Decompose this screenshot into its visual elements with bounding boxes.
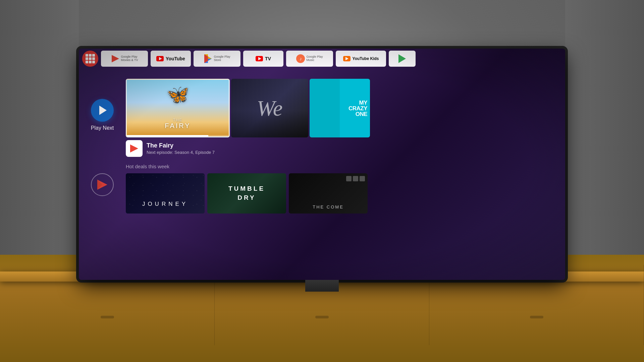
crazy-title-crazy: CRAZY — [348, 105, 367, 111]
card-the-come[interactable]: THE COME — [289, 173, 368, 214]
grid-dot-8 — [89, 61, 92, 63]
google-play-movies-icon — [111, 54, 120, 63]
play-next-cards-container: 🦋 THE FAIRY — [126, 79, 558, 157]
gplay-movies-app-icon — [128, 142, 140, 155]
tv-screen: Google Play Movies & TV YouTube — [79, 49, 565, 280]
tumble-title-container: TUMBLE DRY — [228, 184, 265, 202]
app-tile-google-play-music[interactable]: ♪ Google Play Music — [286, 51, 333, 67]
journey-stars — [126, 173, 205, 214]
tumble-title-line1: TUMBLE — [228, 184, 265, 193]
youtube-tv-icon — [256, 56, 263, 61]
tumble-title-line2: DRY — [228, 193, 265, 202]
play-next-label: Play Next — [91, 125, 114, 131]
show-app-icon — [126, 140, 143, 157]
grid-dot-4 — [86, 57, 88, 60]
come-icons-row — [346, 176, 365, 181]
app-tile-youtube-kids[interactable]: YouTube Kids — [336, 51, 386, 67]
svg-marker-5 — [398, 54, 406, 63]
show-title-text: The Fairy — [147, 142, 215, 149]
app-sublabel-gplay-music: Music — [306, 59, 323, 62]
grid-icon — [86, 54, 95, 63]
hot-deals-action — [86, 173, 119, 196]
we-title-text: We — [257, 96, 282, 121]
drawer-handle-left — [101, 316, 114, 318]
svg-marker-0 — [112, 55, 119, 62]
crazy-title-one: ONE — [348, 111, 367, 117]
play-next-button[interactable] — [91, 99, 114, 122]
youtube-kids-icon — [343, 56, 351, 61]
fairy-the: THE — [127, 118, 229, 122]
hot-deals-row: JOURNEY TUMBLE DRY — [86, 173, 558, 214]
fairy-title-text: FAIRY — [127, 122, 229, 130]
card-we[interactable]: We — [231, 79, 308, 137]
come-icon-1 — [346, 176, 352, 181]
app-sublabel-gplay-movies: Movies & TV — [121, 59, 138, 62]
card-journey[interactable]: JOURNEY — [126, 173, 205, 214]
app-label-youtube: YouTube — [166, 56, 185, 61]
apps-grid-button[interactable] — [82, 51, 98, 67]
fairy-title-container: THE FAIRY — [127, 118, 229, 130]
crazy-title-container: MY CRAZY ONE — [348, 100, 367, 117]
crazy-person — [310, 79, 340, 137]
show-info-row: The Fairy Next episode: Season 4, Episod… — [126, 140, 558, 157]
grid-dot-7 — [86, 61, 88, 63]
app-tile-youtube[interactable]: YouTube — [151, 51, 191, 67]
music-note-icon: ♪ — [300, 56, 302, 61]
app-label-youtube-tv: TV — [265, 56, 271, 61]
show-subtitle-text: Next episode: Season 4, Episode 7 — [147, 150, 215, 155]
content-area: Play Next 🦋 THE FAIRY — [79, 72, 565, 280]
come-title-text: THE COME — [289, 204, 368, 209]
google-games-icon — [398, 54, 407, 63]
come-icon-3 — [360, 176, 365, 181]
gplay-deals-icon — [96, 178, 109, 191]
come-icon-2 — [353, 176, 358, 181]
card-the-fairy[interactable]: 🦋 THE FAIRY — [126, 79, 230, 137]
youtube-play-icon — [156, 56, 164, 61]
drawer-handle-center — [315, 316, 329, 318]
hot-deals-icon-circle — [91, 173, 114, 196]
app-tile-youtube-tv[interactable]: TV — [243, 51, 283, 67]
grid-dot-3 — [92, 54, 95, 57]
play-next-icon — [99, 106, 107, 115]
fairy-progress-fill — [127, 135, 208, 136]
drawer-handle-right — [530, 316, 543, 318]
grid-dot-2 — [89, 54, 92, 57]
show-details: The Fairy Next episode: Season 4, Episod… — [147, 142, 215, 155]
youtube-kids-triangle — [345, 57, 348, 60]
app-tile-google-games[interactable] — [389, 51, 416, 67]
top-app-bar: Google Play Movies & TV YouTube — [79, 49, 565, 69]
app-label-youtube-kids: YouTube Kids — [353, 56, 379, 61]
cards-row: 🦋 THE FAIRY — [126, 79, 558, 137]
grid-dot-5 — [89, 57, 92, 60]
crazy-title-my: MY — [348, 100, 367, 105]
card-my-crazy-one[interactable]: MY CRAZY ONE — [310, 79, 370, 137]
deals-cards-row: JOURNEY TUMBLE DRY — [126, 173, 558, 214]
app-sublabel-gplay-store: Store — [214, 59, 230, 62]
fairy-butterfly: 🦋 — [166, 84, 190, 106]
card-tumble-dry[interactable]: TUMBLE DRY — [207, 173, 286, 214]
grid-dot-1 — [86, 54, 88, 57]
app-tile-google-play-store[interactable]: Google Play Store — [194, 51, 240, 67]
app-tile-google-play-movies[interactable]: Google Play Movies & TV — [101, 51, 148, 67]
fairy-progress-bar — [127, 135, 229, 136]
journey-title-text: JOURNEY — [126, 201, 205, 207]
google-play-store-icon — [204, 54, 212, 63]
grid-dot-9 — [92, 61, 95, 63]
grid-dot-6 — [92, 57, 95, 60]
youtube-tv-triangle — [258, 57, 261, 60]
hot-deals-section: Hot deals this week — [86, 164, 558, 214]
play-next-section: Play Next 🦋 THE FAIRY — [86, 79, 558, 157]
youtube-triangle — [159, 57, 162, 60]
television: Google Play Movies & TV YouTube — [79, 49, 565, 280]
tv-stand-base — [305, 280, 339, 292]
hot-deals-title: Hot deals this week — [126, 164, 558, 169]
play-next-action: Play Next — [86, 79, 119, 131]
